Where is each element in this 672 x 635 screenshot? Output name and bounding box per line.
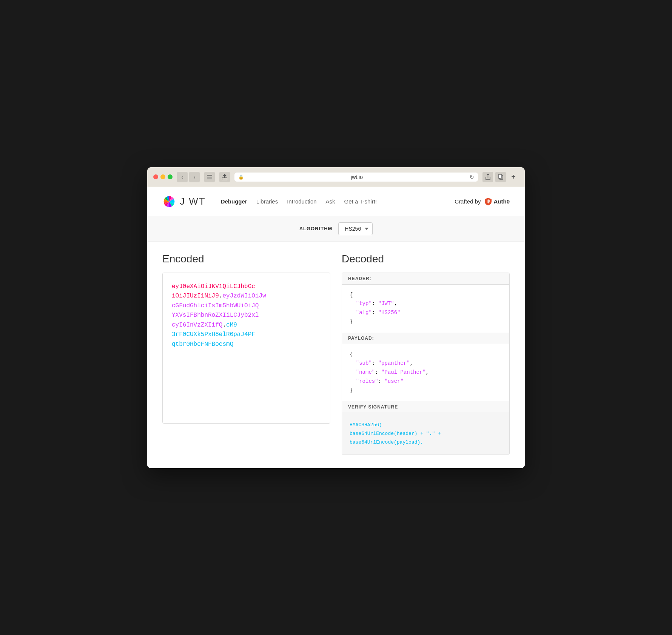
auth0-shield-icon [484, 197, 492, 206]
reload-button[interactable]: ↻ [470, 174, 474, 180]
traffic-light-red[interactable] [153, 174, 158, 179]
decoded-section: Decoded HEADER: { "typ": "JWT", "alg": "… [342, 253, 510, 457]
traffic-light-green[interactable] [168, 174, 173, 179]
token-part2-start: eyJzdWIiOiJw [222, 293, 266, 299]
nav-links: Debugger Libraries Introduction Ask Get … [221, 198, 455, 205]
payload-roles-value: "user" [384, 378, 403, 384]
address-bar[interactable] [246, 174, 467, 180]
payload-open-brace: { [350, 351, 353, 358]
token-part3-start: cM9 [226, 322, 237, 328]
verify-line3: base64UrlEncode(payload), [350, 439, 423, 445]
header-close-brace: } [350, 319, 353, 325]
verify-line2: base64UrlEncode(header) + "." + [350, 431, 441, 436]
token-part3-cont1: 3rF0CUXk5PxH8elR0paJ4PF [172, 331, 255, 338]
svg-rect-0 [207, 175, 212, 176]
browser-actions: + [482, 172, 519, 182]
verify-panel-body[interactable]: HMACSHA256( base64UrlEncode(header) + ".… [342, 413, 509, 455]
encoded-title: Encoded [162, 253, 330, 265]
nav-libraries[interactable]: Libraries [256, 198, 278, 205]
crafted-by-text: Crafted by [455, 198, 481, 205]
header-comma1: , [394, 301, 397, 307]
payload-panel-header: PAYLOAD: [342, 333, 509, 344]
dot1: . [219, 293, 223, 299]
algorithm-label: ALGORITHM [299, 226, 333, 231]
verify-panel-header: VERIFY SIGNATURE [342, 401, 509, 413]
jwt-logo-text: J WT [180, 196, 206, 207]
payload-panel-body[interactable]: { "sub": "ppanther", "name": "Paul Panth… [342, 344, 509, 401]
address-bar-container[interactable]: 🔒 ↻ [234, 173, 478, 182]
payload-comma1: , [410, 360, 413, 366]
share-action-button[interactable] [482, 172, 493, 182]
forward-button[interactable]: › [189, 172, 200, 182]
lock-icon: 🔒 [238, 174, 244, 180]
decoded-title: Decoded [342, 253, 510, 265]
sidebar-button[interactable] [204, 172, 215, 182]
header-typ-key: "typ" [356, 301, 372, 307]
nav-introduction[interactable]: Introduction [287, 198, 316, 205]
header-colon1: : [372, 301, 378, 307]
header-panel-header: HEADER: [342, 273, 509, 285]
svg-rect-1 [207, 177, 212, 177]
payload-colon1: : [372, 360, 378, 366]
auth0-brand-text: Auth0 [494, 198, 510, 205]
traffic-light-yellow[interactable] [160, 174, 165, 179]
duplicate-button[interactable] [495, 172, 506, 182]
auth0-logo[interactable]: Auth0 [484, 197, 510, 206]
svg-rect-2 [207, 179, 212, 179]
token-part2-cont3: cyI6InVzZXIifQ [172, 322, 222, 328]
new-tab-button[interactable]: + [508, 172, 519, 182]
algorithm-select[interactable]: HS256 HS384 HS512 RS256 RS384 RS512 [338, 222, 373, 235]
token-part2-cont2: YXVsIFBhbnRoZXIiLCJyb2xl [172, 312, 259, 319]
header-typ-value: "JWT" [378, 301, 394, 307]
verify-line1: HMACSHA256( [350, 422, 382, 428]
traffic-lights [153, 174, 173, 179]
jwt-logo-icon [162, 195, 176, 208]
token-part1-cont: iOiJIUzI1NiJ9 [172, 293, 219, 299]
dot2: . [222, 322, 226, 328]
payload-name-value: "Paul Panther" [381, 369, 426, 375]
header-alg-key: "alg" [356, 310, 372, 316]
token-part3-cont2: qtbr0RbcFNFBocsmQ [172, 341, 233, 348]
encoded-section: Encoded eyJ0eXAiOiJKV1QiLCJhbGc iOiJIUzI… [162, 253, 330, 457]
payload-sub-key: "sub" [356, 360, 372, 366]
payload-colon2: : [375, 369, 381, 375]
site-content: J WT Debugger Libraries Introduction Ask… [147, 187, 525, 468]
browser-window: ‹ › 🔒 ↻ + [147, 167, 525, 468]
payload-colon3: : [378, 378, 385, 384]
header-colon2: : [372, 310, 378, 316]
logo-area: J WT [162, 195, 206, 208]
payload-close-brace: } [350, 387, 353, 393]
encoded-box[interactable]: eyJ0eXAiOiJKV1QiLCJhbGc iOiJIUzI1NiJ9.ey… [162, 273, 330, 424]
browser-chrome: ‹ › 🔒 ↻ + [147, 167, 525, 187]
share-button[interactable] [219, 172, 230, 182]
nav-tshirt[interactable]: Get a T-shirt! [344, 198, 377, 205]
nav-buttons: ‹ › [177, 172, 200, 182]
header-alg-value: "HS256" [378, 310, 401, 316]
svg-rect-7 [498, 174, 502, 178]
svg-rect-5 [222, 178, 227, 180]
payload-comma2: , [426, 369, 429, 375]
crafted-by: Crafted by Auth0 [455, 197, 510, 206]
header-open-brace: { [350, 292, 353, 298]
payload-roles-key: "roles" [356, 378, 378, 384]
payload-name-key: "name" [356, 369, 375, 375]
decoded-panel: HEADER: { "typ": "JWT", "alg": "HS256" }… [342, 273, 510, 455]
payload-sub-value: "ppanther" [378, 360, 410, 366]
svg-marker-4 [223, 174, 227, 176]
main-content: Encoded eyJ0eXAiOiJKV1QiLCJhbGc iOiJIUzI… [147, 242, 525, 468]
algorithm-bar: ALGORITHM HS256 HS384 HS512 RS256 RS384 … [147, 216, 525, 242]
nav-ask[interactable]: Ask [326, 198, 335, 205]
nav-debugger[interactable]: Debugger [221, 198, 247, 205]
back-button[interactable]: ‹ [177, 172, 188, 182]
token-part1: eyJ0eXAiOiJKV1QiLCJhbGc [172, 283, 255, 290]
header-panel-body[interactable]: { "typ": "JWT", "alg": "HS256" } [342, 285, 509, 333]
site-nav: J WT Debugger Libraries Introduction Ask… [147, 187, 525, 216]
token-part2-cont1: cGFudGhlciIsIm5hbWUiOiJQ [172, 302, 259, 309]
